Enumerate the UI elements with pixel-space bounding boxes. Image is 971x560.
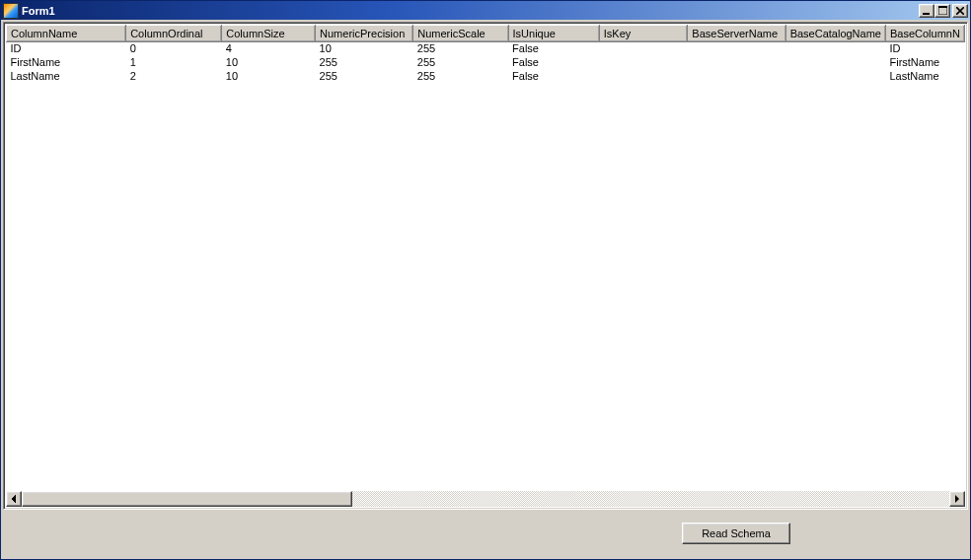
- table-cell: [599, 70, 688, 84]
- table-cell: 255: [316, 70, 413, 84]
- table-cell: 10: [222, 70, 316, 84]
- chevron-left-icon: [11, 495, 17, 503]
- window-controls: [919, 4, 968, 18]
- table-cell: [688, 42, 785, 56]
- table-cell: 255: [316, 56, 413, 70]
- listview-content[interactable]: ColumnNameColumnOrdinalColumnSizeNumeric…: [6, 25, 965, 491]
- table-cell: [688, 70, 785, 84]
- table-cell: [688, 56, 785, 70]
- table-cell: False: [508, 70, 599, 84]
- close-button[interactable]: [952, 4, 968, 18]
- client-area: ColumnNameColumnOrdinalColumnSizeNumeric…: [1, 20, 970, 559]
- column-header[interactable]: NumericScale: [413, 26, 508, 42]
- svg-rect-0: [923, 13, 930, 15]
- window-title: Form1: [22, 5, 55, 17]
- table-row[interactable]: ID0410255FalseID: [7, 42, 965, 56]
- column-header[interactable]: BaseCatalogName: [785, 26, 885, 42]
- table-cell: [599, 42, 688, 56]
- table-cell: 255: [413, 42, 508, 56]
- table-cell: False: [508, 42, 599, 56]
- table-cell: ID: [885, 42, 964, 56]
- scroll-track[interactable]: [22, 491, 949, 507]
- maximize-button[interactable]: [934, 4, 950, 18]
- column-header[interactable]: ColumnOrdinal: [126, 26, 222, 42]
- table-cell: LastName: [885, 70, 964, 84]
- table-cell: [785, 42, 885, 56]
- column-header[interactable]: IsKey: [599, 26, 688, 42]
- window-frame: Form1 ColumnNameColumnOrdinalColumnSizeN…: [0, 0, 971, 560]
- close-icon: [956, 7, 964, 15]
- minimize-button[interactable]: [919, 4, 934, 18]
- table-cell: 2: [126, 70, 222, 84]
- table-cell: FirstName: [885, 56, 964, 70]
- app-icon: [3, 3, 19, 19]
- listview-table: ColumnNameColumnOrdinalColumnSizeNumeric…: [6, 25, 965, 84]
- horizontal-scrollbar[interactable]: [6, 491, 965, 507]
- table-row[interactable]: LastName210255255FalseLastName: [7, 70, 965, 84]
- read-schema-button[interactable]: Read Schema: [682, 523, 790, 544]
- table-cell: 0: [126, 42, 222, 56]
- table-cell: 255: [413, 56, 508, 70]
- column-header[interactable]: IsUnique: [508, 26, 599, 42]
- scroll-right-button[interactable]: [949, 491, 965, 507]
- column-header[interactable]: ColumnName: [7, 26, 126, 42]
- table-cell: [785, 56, 885, 70]
- table-cell: 10: [222, 56, 316, 70]
- column-header[interactable]: BaseColumnN: [885, 26, 964, 42]
- table-cell: 10: [316, 42, 413, 56]
- chevron-right-icon: [954, 495, 960, 503]
- table-cell: [599, 56, 688, 70]
- minimize-icon: [923, 7, 931, 15]
- maximize-icon: [938, 6, 947, 15]
- table-cell: ID: [7, 42, 126, 56]
- svg-rect-2: [938, 6, 947, 8]
- table-cell: 255: [413, 70, 508, 84]
- table-row[interactable]: FirstName110255255FalseFirstName: [7, 56, 965, 70]
- listview[interactable]: ColumnNameColumnOrdinalColumnSizeNumeric…: [3, 22, 968, 510]
- listview-header-row: ColumnNameColumnOrdinalColumnSizeNumeric…: [7, 26, 965, 42]
- column-header[interactable]: BaseServerName: [688, 26, 785, 42]
- bottom-panel: Read Schema: [3, 510, 968, 557]
- column-header[interactable]: NumericPrecision: [316, 26, 413, 42]
- scroll-thumb[interactable]: [22, 491, 352, 507]
- titlebar[interactable]: Form1: [1, 1, 970, 20]
- table-cell: LastName: [7, 70, 126, 84]
- scroll-left-button[interactable]: [6, 491, 22, 507]
- table-cell: 4: [222, 42, 316, 56]
- table-cell: 1: [126, 56, 222, 70]
- table-cell: [785, 70, 885, 84]
- column-header[interactable]: ColumnSize: [222, 26, 316, 42]
- table-cell: False: [508, 56, 599, 70]
- table-cell: FirstName: [7, 56, 126, 70]
